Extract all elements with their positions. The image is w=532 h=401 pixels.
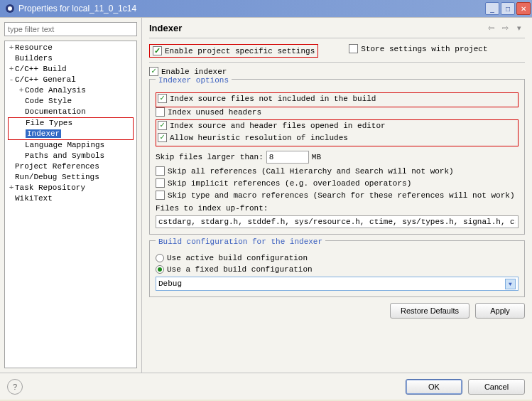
tree-item-c-c-general[interactable]: -C/C++ General: [8, 75, 134, 85]
upfront-input[interactable]: [156, 215, 519, 228]
tree-item-label: Code Analysis: [25, 86, 86, 95]
chevron-down-icon: ▼: [505, 279, 516, 289]
tree-item-file-types[interactable]: File Types: [8, 117, 134, 129]
tree-item-label: Resource: [15, 43, 53, 52]
help-button[interactable]: ?: [7, 379, 23, 395]
close-button[interactable]: ✕: [516, 2, 531, 15]
use-active-label: Use active build configuration: [167, 254, 308, 262]
skip-type-refs-label: Skip type and macro references (Search f…: [168, 191, 514, 200]
build-config-fieldset: Build configuration for the indexer Use …: [149, 240, 525, 297]
use-fixed-radio[interactable]: [156, 265, 164, 274]
upfront-label: Files to index up-front:: [156, 204, 268, 213]
footer: ? OK Cancel: [0, 373, 532, 400]
titlebar[interactable]: Properties for local_11_0_1c14 _ □ ✕: [0, 0, 532, 17]
maximize-button[interactable]: □: [501, 2, 515, 15]
enable-indexer-checkbox[interactable]: [149, 67, 158, 76]
tree-item-label: Documentation: [25, 107, 86, 116]
nav-tree[interactable]: +ResourceBuilders+C/C++ Build-C/C++ Gene…: [4, 41, 137, 368]
use-active-radio[interactable]: [156, 254, 164, 262]
back-icon[interactable]: ⇦: [485, 22, 496, 33]
tree-twisty-icon[interactable]: +: [8, 64, 15, 75]
tree-item-label: Task Repository: [15, 183, 85, 192]
tree-twisty-icon[interactable]: +: [18, 85, 25, 96]
tree-item-label: Paths and Symbols: [25, 151, 104, 160]
tree-twisty-icon[interactable]: -: [8, 75, 15, 85]
opt1-label: Index source files not included in the b…: [170, 95, 376, 103]
indexer-options-fieldset: Indexer options Index source files not i…: [149, 79, 525, 235]
skip-size-input[interactable]: [266, 151, 309, 164]
tree-item-indexer[interactable]: Indexer: [8, 129, 134, 140]
tree-item-label: C/C++ General: [15, 75, 76, 84]
tree-item-label: Project References: [15, 162, 99, 171]
opt3-checkbox[interactable]: [158, 121, 167, 130]
skip-implicit-refs-checkbox[interactable]: [156, 178, 165, 188]
tree-item-label: File Types: [26, 119, 72, 127]
build-config-value: Debug: [158, 279, 182, 288]
skip-size-label: Skip files larger than:: [156, 153, 264, 161]
skip-implicit-refs-label: Skip implicit references (e.g. overloade…: [168, 179, 411, 188]
tree-item-label: Indexer: [26, 129, 61, 138]
tree-item-run-debug-settings[interactable]: Run/Debug Settings: [8, 172, 134, 183]
tree-item-label: Code Style: [25, 97, 72, 105]
cancel-button[interactable]: Cancel: [468, 379, 525, 395]
filter-input[interactable]: [4, 22, 137, 36]
skip-all-refs-checkbox[interactable]: [156, 166, 165, 176]
opt2-checkbox[interactable]: [156, 107, 165, 117]
tree-item-language-mappings[interactable]: Language Mappings: [8, 140, 134, 151]
filter-container: [4, 22, 137, 36]
tree-twisty-icon[interactable]: +: [8, 183, 15, 193]
opt1-checkbox[interactable]: [158, 94, 167, 103]
page-title: Indexer: [149, 23, 482, 33]
tree-item-c-c-build[interactable]: +C/C++ Build: [8, 64, 134, 75]
enable-specific-label: Enable project specific settings: [165, 47, 315, 55]
app-icon: [4, 3, 16, 14]
tree-item-paths-and-symbols[interactable]: Paths and Symbols: [8, 151, 134, 161]
tree-item-task-repository[interactable]: +Task Repository: [8, 183, 134, 193]
apply-button[interactable]: Apply: [475, 303, 525, 319]
skip-size-unit: MB: [312, 153, 321, 161]
forward-icon[interactable]: ⇨: [499, 22, 511, 33]
enable-specific-checkbox[interactable]: [153, 46, 162, 55]
tree-item-documentation[interactable]: Documentation: [8, 107, 134, 117]
opt3-label: Index source and header files opened in …: [170, 122, 386, 130]
opt4-checkbox[interactable]: [158, 133, 167, 142]
tree-item-code-analysis[interactable]: +Code Analysis: [8, 85, 134, 96]
sidebar: +ResourceBuilders+C/C++ Build-C/C++ Gene…: [0, 18, 142, 373]
tree-item-project-references[interactable]: Project References: [8, 161, 134, 172]
store-settings-checkbox[interactable]: [349, 44, 358, 53]
tree-twisty-icon[interactable]: +: [8, 43, 15, 53]
tree-item-wikitext[interactable]: WikiText: [8, 193, 134, 204]
ok-button[interactable]: OK: [406, 379, 462, 395]
indexer-options-legend: Indexer options: [156, 76, 232, 85]
opt4-label: Allow heuristic resolution of includes: [170, 134, 348, 142]
enable-indexer-label: Enable indexer: [161, 68, 227, 76]
restore-defaults-button[interactable]: Restore Defaults: [390, 303, 469, 319]
build-config-legend: Build configuration for the indexer: [156, 237, 325, 246]
menu-icon[interactable]: ▾: [514, 22, 525, 33]
main-panel: Indexer ⇦ ⇨ ▾ Enable project specific se…: [142, 18, 532, 373]
minimize-button[interactable]: _: [485, 2, 499, 15]
tree-item-resource[interactable]: +Resource: [8, 43, 134, 53]
build-config-select[interactable]: Debug ▼: [156, 277, 519, 291]
opt2-label: Index unused headers: [168, 108, 261, 117]
skip-type-refs-checkbox[interactable]: [156, 191, 165, 200]
tree-item-builders[interactable]: Builders: [8, 53, 134, 64]
svg-point-1: [8, 6, 12, 11]
use-fixed-label: Use a fixed build configuration: [167, 265, 313, 274]
tree-item-label: C/C++ Build: [15, 65, 67, 73]
window-title: Properties for local_11_0_1c14: [18, 4, 485, 14]
tree-item-code-style[interactable]: Code Style: [8, 96, 134, 107]
store-settings-label: Store settings with project: [361, 45, 487, 53]
tree-item-label: Run/Debug Settings: [15, 173, 99, 181]
tree-item-label: Language Mappings: [25, 141, 104, 149]
tree-item-label: Builders: [15, 54, 53, 63]
skip-all-refs-label: Skip all references (Call Hierarchy and …: [168, 167, 454, 176]
tree-item-label: WikiText: [15, 194, 53, 203]
